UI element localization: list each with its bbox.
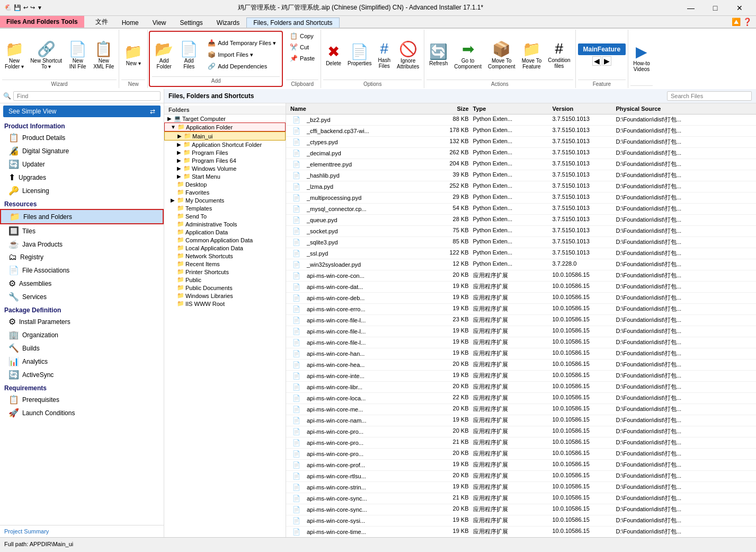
tree-item-templates[interactable]: 📁 Templates [164, 204, 286, 212]
paste-button[interactable]: 📌 Paste [286, 53, 318, 64]
table-row[interactable]: 📄 _socket.pyd 75 KB Python Exten... 3.7.… [286, 226, 756, 237]
move-to-component-button[interactable]: 📦 Move ToComponent [485, 39, 518, 71]
table-row[interactable]: 📄 api-ms-win-core-pro... 20 KB 应用程序扩展 10… [286, 449, 756, 460]
table-row[interactable]: 📄 api-ms-win-core-dat... 19 KB 应用程序扩展 10… [286, 282, 756, 293]
tree-item-netshortcuts[interactable]: 📁 Network Shortcuts [164, 252, 286, 260]
tree-item-winvol[interactable]: ▶ 📁 Windows Volume [164, 164, 286, 172]
tree-item-recentitems[interactable]: 📁 Recent Items [164, 260, 286, 268]
tree-item-admintools[interactable]: 📁 Administrative Tools [164, 220, 286, 228]
table-row[interactable]: 📄 api-ms-win-core-prof... 19 KB 应用程序扩展 1… [286, 460, 756, 471]
menu-expand-icon[interactable]: ▼ [37, 5, 42, 11]
tree-item-localappdata[interactable]: 📁 Local Application Data [164, 244, 286, 252]
redo-icon[interactable]: ↪ [30, 4, 35, 11]
table-row[interactable]: 📄 api-ms-win-core-file-l... 19 KB 应用程序扩展… [286, 326, 756, 337]
tree-item-printershortcuts[interactable]: 📁 Printer Shortcuts [164, 268, 286, 276]
new-shortcut-button[interactable]: 🔗 New ShortcutTo ▾ [28, 39, 65, 71]
tree-item-favorites[interactable]: 📁 Favorites [164, 188, 286, 196]
import-files-button[interactable]: 📦 Import Files ▾ [204, 49, 280, 60]
main-feature-box[interactable]: MainFeature [578, 43, 626, 55]
add-files-button[interactable]: 📄 AddFiles [177, 39, 201, 71]
copy-button[interactable]: 📋 Copy [286, 31, 318, 41]
sidebar-item-upgrades[interactable]: ⬆ Upgrades [0, 171, 164, 184]
tree-item-public[interactable]: 📁 Public [164, 276, 286, 284]
feature-next-icon[interactable]: ▶ [602, 56, 611, 66]
maximize-button[interactable]: □ [703, 0, 727, 16]
tab-home[interactable]: Home [115, 17, 146, 28]
table-row[interactable]: 📄 _hashlib.pyd 39 KB Python Exten... 3.7… [286, 170, 756, 181]
quick-save-icon[interactable]: 💾 [14, 4, 21, 11]
sidebar-item-digital-signature[interactable]: 🔏 Digital Signature [0, 144, 164, 157]
tab-file[interactable]: 文件 [88, 16, 115, 28]
table-row[interactable]: 📄 api-ms-win-core-me... 20 KB 应用程序扩展 10.… [286, 404, 756, 415]
condition-files-button[interactable]: # Conditionfiles [545, 39, 573, 71]
ignore-attributes-button[interactable]: 🚫 IgnoreAttributes [394, 39, 422, 71]
simple-view-button[interactable]: See Simple View ⇄ [3, 106, 161, 117]
ribbon-collapse-icon[interactable]: 🔼 [732, 17, 741, 26]
tree-item-iiswww[interactable]: 📁 IIS WWW Root [164, 300, 286, 308]
tab-files-folders-shortcuts[interactable]: Files, Folders and Shortcuts [246, 17, 339, 28]
hash-files-button[interactable]: # HashFiles [376, 39, 393, 71]
table-row[interactable]: 📄 api-ms-win-core-sysi... 19 KB 应用程序扩展 1… [286, 515, 756, 527]
table-row[interactable]: 📄 _ssl.pyd 122 KB Python Exten... 3.7.51… [286, 248, 756, 259]
sidebar-item-install-params[interactable]: ⚙ Install Parameters [0, 315, 164, 328]
move-to-feature-button[interactable]: 📁 Move ToFeature [519, 39, 545, 71]
sidebar-item-tiles[interactable]: 🔲 Tiles [0, 224, 164, 238]
search-files-input[interactable] [667, 91, 752, 101]
new-folder-button[interactable]: 📁 NewFolder ▾ [2, 39, 26, 71]
table-row[interactable]: 📄 api-ms-win-core-file-l... 19 KB 应用程序扩展… [286, 337, 756, 348]
tab-view[interactable]: View [146, 17, 173, 28]
appfolder-expander[interactable]: ▼ [170, 124, 176, 130]
table-row[interactable]: 📄 api-ms-win-core-han... 19 KB 应用程序扩展 10… [286, 348, 756, 360]
tree-item-winlibs[interactable]: 📁 Windows Libraries [164, 292, 286, 300]
sidebar-item-builds[interactable]: 🔨 Builds [0, 341, 164, 355]
tree-item-sendto[interactable]: 📁 Send To [164, 212, 286, 220]
sidebar-item-assemblies[interactable]: ⚙ Assemblies [0, 277, 164, 290]
table-row[interactable]: 📄 _bz2.pyd 88 KB Python Exten... 3.7.515… [286, 115, 756, 126]
table-row[interactable]: 📄 _mysql_connector.cp... 54 KB Python Ex… [286, 204, 756, 215]
table-row[interactable]: 📄 _win32sysloader.pyd 12 KB Python Exten… [286, 259, 756, 270]
tab-wizards[interactable]: Wizards [210, 17, 246, 28]
sidebar-item-product-details[interactable]: 📋 Product Details [0, 131, 164, 144]
tree-item-target[interactable]: ▶ 💻 Target Computer [164, 115, 286, 122]
table-row[interactable]: 📄 api-ms-win-core-erro... 19 KB 应用程序扩展 1… [286, 304, 756, 315]
tree-item-commonappdata[interactable]: 📁 Common Application Data [164, 236, 286, 244]
table-row[interactable]: 📄 api-ms-win-core-file-l... 23 KB 应用程序扩展… [286, 315, 756, 326]
table-row[interactable]: 📄 api-ms-win-core-deb... 19 KB 应用程序扩展 10… [286, 293, 756, 304]
tab-settings[interactable]: Settings [173, 17, 210, 28]
new-button[interactable]: 📁 New ▾ [121, 41, 145, 68]
sidebar-item-files-folders[interactable]: 📁 Files and Folders [0, 209, 164, 224]
cut-button[interactable]: ✂️ Cut [286, 42, 318, 52]
sidebar-item-analytics[interactable]: 📊 Analytics [0, 355, 164, 368]
table-row[interactable]: 📄 api-ms-win-core-time... 19 KB 应用程序扩展 1… [286, 527, 756, 537]
table-row[interactable]: 📄 api-ms-win-core-sync... 21 KB 应用程序扩展 1… [286, 493, 756, 504]
sidebar-item-registry[interactable]: 🗂 Registry [0, 251, 164, 264]
sidebar-item-prerequisites[interactable]: 📋 Prerequisites [0, 393, 164, 406]
table-row[interactable]: 📄 api-ms-win-core-loca... 22 KB 应用程序扩展 1… [286, 393, 756, 404]
table-row[interactable]: 📄 _ctypes.pyd 132 KB Python Exten... 3.7… [286, 137, 756, 148]
help-icon[interactable]: ❓ [743, 17, 752, 26]
table-row[interactable]: 📄 api-ms-win-core-hea... 20 KB 应用程序扩展 10… [286, 360, 756, 371]
sidebar-item-launch-conditions[interactable]: 🚀 Launch Conditions [0, 406, 164, 419]
sidebar-item-file-associations[interactable]: 📄 File Associations [0, 264, 164, 277]
sidebar-item-services[interactable]: 🔧 Services [0, 290, 164, 303]
add-folder-button[interactable]: 📂 AddFolder [152, 39, 176, 71]
tree-item-desktop[interactable]: 📁 Desktop [164, 180, 286, 188]
sidebar-item-java-products[interactable]: ☕ Java Products [0, 238, 164, 251]
table-row[interactable]: 📄 _elementtree.pyd 204 KB Python Exten..… [286, 159, 756, 170]
sidebar-item-activesync[interactable]: 🔄 ActiveSync [0, 368, 164, 381]
table-row[interactable]: 📄 _queue.pyd 28 KB Python Exten... 3.7.5… [286, 215, 756, 226]
table-row[interactable]: 📄 api-ms-win-core-sync... 20 KB 应用程序扩展 1… [286, 504, 756, 515]
col-version[interactable]: Version [550, 104, 614, 113]
search-input[interactable] [13, 91, 161, 101]
feature-selector[interactable]: MainFeature ◀ ▶ [578, 43, 626, 66]
col-name[interactable]: Name [288, 104, 429, 113]
table-row[interactable]: 📄 api-ms-win-core-pro... 20 KB 应用程序扩展 10… [286, 426, 756, 437]
col-size[interactable]: Size [429, 104, 471, 113]
table-row[interactable]: 📄 api-ms-win-core-inte... 19 KB 应用程序扩展 1… [286, 371, 756, 382]
tree-item-publicdocs[interactable]: 📁 Public Documents [164, 284, 286, 292]
minimize-button[interactable]: — [679, 0, 703, 16]
table-row[interactable]: 📄 api-ms-win-core-con... 20 KB 应用程序扩展 10… [286, 270, 756, 282]
table-row[interactable]: 📄 _decimal.pyd 262 KB Python Exten... 3.… [286, 148, 756, 159]
undo-icon[interactable]: ↩ [23, 4, 28, 11]
table-row[interactable]: 📄 api-ms-win-core-strin... 19 KB 应用程序扩展 … [286, 482, 756, 493]
